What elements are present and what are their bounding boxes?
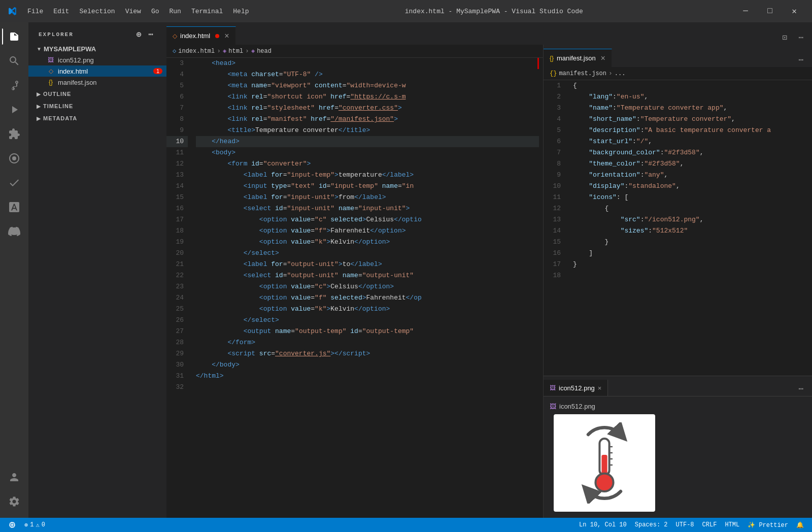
tab-icon512-close-button[interactable]: × — [598, 384, 602, 392]
tab-indexhtml-close-button[interactable]: × — [224, 31, 229, 41]
breadcrumb-sep2: › — [245, 47, 249, 55]
folder-chevron-icon: ▼ — [37, 46, 42, 52]
status-crlf: CRLF — [702, 521, 717, 528]
manifest-line-12: { — [573, 203, 808, 214]
activity-remote[interactable] — [2, 146, 26, 171]
activity-font[interactable] — [2, 195, 26, 219]
menu-view[interactable]: View — [120, 6, 146, 17]
status-errors[interactable]: ⊗ 1 ⚠ 0 — [20, 518, 49, 532]
close-button[interactable]: ✕ — [783, 3, 806, 19]
status-ln-col: Ln 10, Col 10 — [579, 521, 627, 528]
status-encoding[interactable]: UTF-8 — [672, 521, 698, 528]
outline-chevron-icon: ▶ — [37, 91, 41, 97]
icon-preview-image — [554, 414, 655, 512]
sidebar-section-metadata[interactable]: ▶ METADATA — [28, 112, 166, 124]
tab-bar-actions: ⊡ ⋯ — [773, 30, 812, 45]
editor-area: ◇ index.html × ⊡ ⋯ ◇ index.html › ◈ html… — [166, 22, 812, 518]
settings-icon — [8, 495, 20, 508]
status-notifications[interactable]: 🔔 — [792, 521, 808, 529]
activity-search[interactable] — [2, 49, 26, 73]
icon-more-button[interactable]: ⋯ — [794, 382, 808, 396]
menu-run[interactable]: Run — [164, 6, 186, 17]
breadcrumb-indexhtml-label: index.html — [178, 48, 215, 55]
sidebar-header: EXPLORER ⊕ ⋯ — [28, 22, 166, 44]
menu-terminal[interactable]: Terminal — [186, 6, 228, 17]
manifest-code-content[interactable]: { "lang": "en-us", "name": "Temperature … — [569, 80, 812, 376]
sidebar-item-icon512[interactable]: 🖼 icon512.png — [28, 54, 166, 65]
split-editor-button[interactable]: ⊡ — [777, 30, 792, 45]
metadata-chevron-icon: ▶ — [37, 116, 41, 121]
tab-manifestjson[interactable]: {} manifest.json × — [544, 49, 612, 67]
menu-help[interactable]: Help — [228, 6, 254, 17]
main-layout: EXPLORER ⊕ ⋯ ▼ MYSAMPLEPWA 🖼 icon512.png… — [0, 22, 812, 518]
icon-tab-actions: ⋯ — [790, 382, 812, 396]
status-warning-icon: ⚠ — [36, 521, 39, 529]
activity-explorer[interactable] — [2, 24, 26, 49]
manifest-file-icon: {} — [47, 78, 55, 86]
sidebar-tree: ▼ MYSAMPLEPWA 🖼 icon512.png ◇ index.html… — [28, 44, 166, 518]
outline-label: OUTLINE — [43, 91, 71, 97]
activity-account[interactable] — [2, 465, 26, 489]
icon512-file-icon: 🖼 — [47, 56, 55, 64]
icon-filename-label: 🖼 icon512.png — [550, 403, 595, 410]
breadcrumb-indexhtml[interactable]: ◇ — [173, 47, 176, 55]
status-language[interactable]: HTML — [721, 521, 743, 528]
font-icon — [8, 201, 20, 213]
right-breadcrumb: {} manifest.json › ... — [544, 67, 812, 80]
manifest-line-17: } — [573, 259, 808, 270]
tab-icon512[interactable]: 🖼 icon512.png × — [544, 380, 608, 396]
minimize-button[interactable]: ─ — [734, 3, 757, 19]
tab-icon512-label: icon512.png — [559, 384, 595, 392]
manifest-line-7: "background_color": "#2f3d58", — [573, 147, 808, 158]
status-bar-right: Ln 10, Col 10 Spaces: 2 UTF-8 CRLF HTML … — [575, 521, 808, 529]
code-content-left[interactable]: <head> <meta charset="UTF-8" /> <meta na… — [192, 58, 543, 518]
extensions-icon — [8, 128, 20, 140]
sidebar-item-manifestjson[interactable]: {} manifest.json — [28, 77, 166, 88]
manifest-editor[interactable]: 12345 678910 1112131415 161718 { "lang":… — [544, 80, 812, 376]
sidebar-new-file-icon[interactable]: ⊕ — [134, 28, 145, 41]
status-remote-icon[interactable] — [4, 518, 20, 532]
tab-indexhtml[interactable]: ◇ index.html × — [166, 26, 236, 45]
activity-discord[interactable] — [2, 219, 26, 244]
tab-manifest-close-button[interactable]: × — [601, 54, 605, 63]
breadcrumb-sep1: › — [217, 47, 221, 55]
maximize-button[interactable]: □ — [758, 3, 782, 19]
remote-icon — [8, 152, 20, 164]
code-line-27: <output name="output-temp" id="output-te… — [196, 326, 539, 337]
code-line-18: <option value="f">Fahrenheit</option> — [196, 225, 539, 237]
tab-manifest-icon: {} — [550, 55, 554, 62]
menu-selection[interactable]: Selection — [74, 6, 120, 17]
icon-preview-container: 🖼 icon512.png — [544, 396, 812, 518]
explorer-icon — [8, 30, 20, 43]
menu-go[interactable]: Go — [146, 6, 164, 17]
sidebar: EXPLORER ⊕ ⋯ ▼ MYSAMPLEPWA 🖼 icon512.png… — [28, 22, 166, 518]
status-line-ending[interactable]: CRLF — [698, 521, 721, 528]
sidebar-section-outline[interactable]: ▶ OUTLINE — [28, 88, 166, 100]
code-line-3: <head> — [196, 58, 539, 69]
code-line-8: <link rel="manifest" href="/manifest.jso… — [196, 114, 539, 125]
code-editor-left[interactable]: 3 4 5 6 7 8 9 10 11 12 13 14 15 16 — [166, 58, 543, 518]
sidebar-folder-mysamplepwa[interactable]: ▼ MYSAMPLEPWA — [28, 44, 166, 54]
right-pane-bottom: 🖼 icon512.png × ⋯ 🖼 icon512.png — [544, 376, 812, 518]
activity-extensions[interactable] — [2, 122, 26, 146]
sidebar-more-icon[interactable]: ⋯ — [146, 28, 156, 41]
activity-source-control[interactable] — [2, 73, 26, 97]
timeline-label: TIMELINE — [43, 103, 73, 109]
activity-settings[interactable] — [2, 489, 26, 514]
error-indicator — [537, 58, 539, 69]
status-cursor-position[interactable]: Ln 10, Col 10 — [575, 521, 631, 528]
activity-testing[interactable] — [2, 171, 26, 195]
breadcrumb-html-label: html — [228, 48, 243, 55]
activity-run-debug[interactable] — [2, 97, 26, 122]
sidebar-item-indexhtml[interactable]: ◇ index.html 1 — [28, 65, 166, 77]
sidebar-section-timeline[interactable]: ▶ TIMELINE — [28, 100, 166, 112]
manifest-more-button[interactable]: ⋯ — [794, 53, 808, 67]
code-line-30: </body> — [196, 359, 539, 371]
status-prettier[interactable]: ✨ Prettier — [743, 521, 792, 529]
menu-edit[interactable]: Edit — [48, 6, 74, 17]
activity-bar — [0, 22, 28, 518]
folder-label: MYSAMPLEPWA — [44, 45, 96, 53]
status-indentation[interactable]: Spaces: 2 — [631, 521, 672, 528]
menu-file[interactable]: File — [22, 6, 48, 17]
tab-more-button[interactable]: ⋯ — [794, 30, 808, 45]
